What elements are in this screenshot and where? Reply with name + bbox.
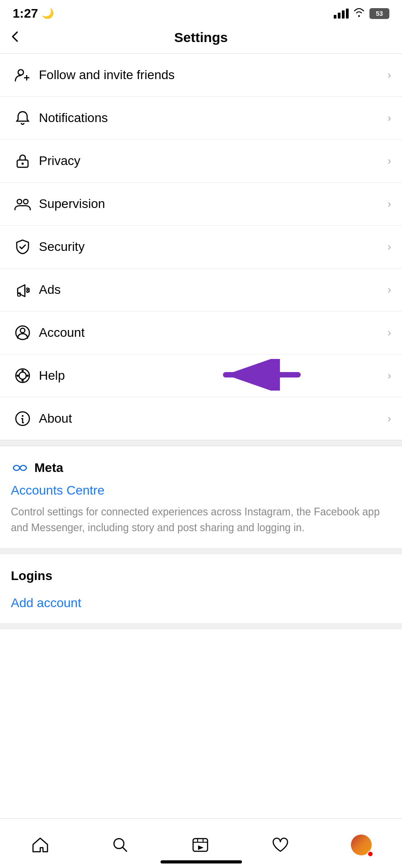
chevron-icon: › xyxy=(388,155,391,167)
meta-logo-text: Meta xyxy=(34,461,63,475)
about-label: About xyxy=(39,411,388,426)
status-bar: 1:27 🌙 53 xyxy=(0,0,402,25)
section-separator xyxy=(0,440,402,446)
svg-point-5 xyxy=(27,288,28,290)
svg-point-17 xyxy=(22,415,24,417)
profile-avatar xyxy=(351,835,372,855)
chevron-icon: › xyxy=(388,69,391,81)
wifi-icon xyxy=(353,7,365,20)
ads-icon xyxy=(11,281,34,298)
header: Settings xyxy=(0,25,402,54)
settings-item-privacy[interactable]: Privacy › xyxy=(0,140,402,183)
annotation-arrow xyxy=(208,359,303,392)
help-icon xyxy=(11,367,34,384)
page-title: Settings xyxy=(174,30,227,45)
chevron-icon: › xyxy=(388,283,391,296)
meta-section: Meta Accounts Centre Control settings fo… xyxy=(0,446,402,554)
follow-label: Follow and invite friends xyxy=(39,68,388,82)
settings-item-about[interactable]: About › xyxy=(0,397,402,440)
nav-reels[interactable] xyxy=(191,835,210,854)
chevron-icon: › xyxy=(388,326,391,339)
settings-item-ads[interactable]: Ads › xyxy=(0,269,402,311)
notifications-label: Notifications xyxy=(39,111,388,125)
meta-description: Control settings for connected experienc… xyxy=(11,504,391,535)
settings-item-notifications[interactable]: Notifications › xyxy=(0,97,402,140)
supervision-label: Supervision xyxy=(39,197,388,211)
logins-section: Logins Add account xyxy=(0,554,402,629)
info-icon xyxy=(11,410,34,427)
security-label: Security xyxy=(39,240,388,254)
nav-home[interactable] xyxy=(31,835,50,854)
svg-point-3 xyxy=(17,199,22,204)
chevron-icon: › xyxy=(388,412,391,425)
lock-icon xyxy=(11,152,34,170)
accounts-centre-link[interactable]: Accounts Centre xyxy=(11,483,391,498)
svg-point-13 xyxy=(17,375,19,377)
svg-point-6 xyxy=(27,291,28,292)
settings-item-supervision[interactable]: Supervision › xyxy=(0,183,402,226)
svg-point-4 xyxy=(24,199,28,204)
settings-item-account[interactable]: Account › xyxy=(0,311,402,354)
chevron-icon: › xyxy=(388,369,391,382)
privacy-label: Privacy xyxy=(39,154,388,168)
supervision-icon xyxy=(11,195,34,212)
shield-icon xyxy=(11,238,34,255)
nav-profile[interactable] xyxy=(351,835,372,855)
svg-point-0 xyxy=(18,70,24,75)
follow-icon xyxy=(11,66,34,84)
chevron-icon: › xyxy=(388,112,391,124)
moon-icon: 🌙 xyxy=(42,8,54,19)
svg-point-12 xyxy=(22,380,24,382)
account-icon xyxy=(11,324,34,341)
heart-icon xyxy=(271,835,290,854)
svg-point-10 xyxy=(19,372,26,379)
notification-dot xyxy=(367,851,374,857)
bell-icon xyxy=(11,109,34,127)
svg-point-8 xyxy=(20,328,25,333)
nav-activity[interactable] xyxy=(271,835,290,854)
chevron-icon: › xyxy=(388,198,391,210)
home-icon xyxy=(31,835,50,854)
svg-rect-19 xyxy=(193,839,208,851)
home-indicator xyxy=(161,860,242,863)
svg-point-18 xyxy=(114,839,124,849)
ads-label: Ads xyxy=(39,283,388,297)
nav-search[interactable] xyxy=(111,835,130,854)
reels-icon xyxy=(191,835,210,854)
account-label: Account xyxy=(39,326,388,340)
battery-icon: 53 xyxy=(369,8,389,19)
settings-list: Follow and invite friends › Notification… xyxy=(0,54,402,440)
svg-point-14 xyxy=(27,375,29,377)
signal-icon xyxy=(334,9,349,19)
svg-point-11 xyxy=(22,370,24,372)
settings-item-security[interactable]: Security › xyxy=(0,226,402,269)
meta-logo-row: Meta xyxy=(11,461,391,475)
status-icons: 53 xyxy=(334,7,389,20)
svg-point-2 xyxy=(22,163,24,165)
settings-item-help[interactable]: Help › xyxy=(0,354,402,397)
search-icon xyxy=(111,835,130,854)
meta-logo-icon xyxy=(11,462,29,473)
status-time: 1:27 xyxy=(13,6,38,21)
settings-item-follow[interactable]: Follow and invite friends › xyxy=(0,54,402,97)
chevron-icon: › xyxy=(388,241,391,253)
add-account-link[interactable]: Add account xyxy=(11,596,81,610)
back-button[interactable] xyxy=(9,30,22,45)
main-content: Follow and invite friends › Notification… xyxy=(0,54,402,684)
logins-title: Logins xyxy=(11,569,391,583)
